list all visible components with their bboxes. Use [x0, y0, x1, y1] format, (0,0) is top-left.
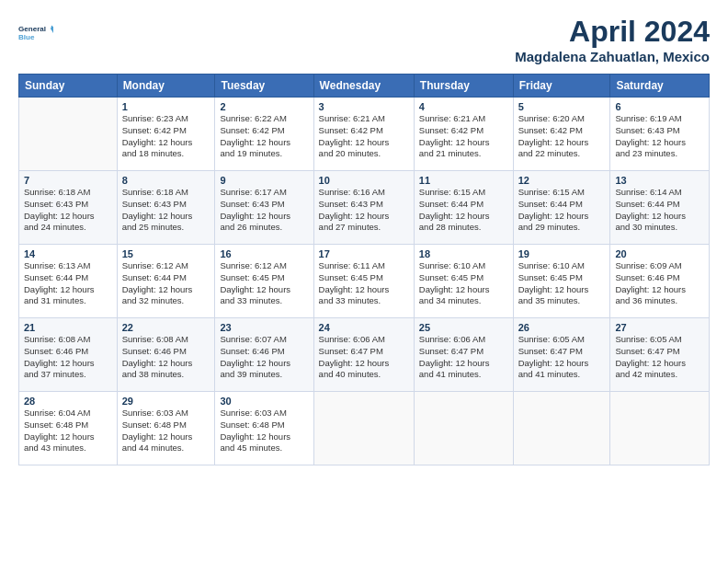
day-info: Sunrise: 6:21 AM Sunset: 6:42 PM Dayligh…	[319, 113, 409, 160]
calendar-cell	[610, 392, 710, 465]
calendar-cell: 26Sunrise: 6:05 AM Sunset: 6:47 PM Dayli…	[513, 318, 610, 392]
calendar-week-row: 14Sunrise: 6:13 AM Sunset: 6:44 PM Dayli…	[19, 245, 710, 318]
calendar-week-row: 1Sunrise: 6:23 AM Sunset: 6:42 PM Daylig…	[19, 98, 710, 171]
weekday-header: Tuesday	[215, 75, 313, 98]
weekday-header: Sunday	[19, 75, 118, 98]
calendar-cell: 23Sunrise: 6:07 AM Sunset: 6:46 PM Dayli…	[215, 318, 313, 392]
day-number: 25	[419, 322, 508, 333]
day-info: Sunrise: 6:18 AM Sunset: 6:43 PM Dayligh…	[24, 187, 112, 234]
calendar-cell: 11Sunrise: 6:15 AM Sunset: 6:44 PM Dayli…	[414, 171, 513, 245]
calendar-cell: 19Sunrise: 6:10 AM Sunset: 6:45 PM Dayli…	[513, 245, 610, 318]
day-info: Sunrise: 6:05 AM Sunset: 6:47 PM Dayligh…	[518, 334, 606, 381]
calendar-cell: 7Sunrise: 6:18 AM Sunset: 6:43 PM Daylig…	[19, 171, 118, 245]
weekday-header: Wednesday	[313, 75, 414, 98]
day-number: 9	[220, 175, 308, 186]
header: General Blue April 2024 Magdalena Zahuat…	[18, 15, 710, 64]
day-number: 4	[419, 101, 508, 112]
day-info: Sunrise: 6:15 AM Sunset: 6:44 PM Dayligh…	[518, 187, 606, 234]
day-info: Sunrise: 6:10 AM Sunset: 6:45 PM Dayligh…	[518, 260, 606, 307]
day-number: 23	[220, 322, 308, 333]
day-info: Sunrise: 6:20 AM Sunset: 6:42 PM Dayligh…	[518, 113, 606, 160]
day-number: 21	[24, 322, 112, 333]
day-number: 30	[220, 396, 308, 407]
calendar-cell: 29Sunrise: 6:03 AM Sunset: 6:48 PM Dayli…	[117, 392, 215, 465]
day-info: Sunrise: 6:04 AM Sunset: 6:48 PM Dayligh…	[24, 408, 112, 454]
calendar-cell: 5Sunrise: 6:20 AM Sunset: 6:42 PM Daylig…	[513, 98, 610, 171]
calendar-cell: 2Sunrise: 6:22 AM Sunset: 6:42 PM Daylig…	[215, 98, 313, 171]
day-number: 12	[518, 175, 606, 186]
day-info: Sunrise: 6:16 AM Sunset: 6:43 PM Dayligh…	[319, 187, 409, 234]
day-number: 17	[319, 248, 409, 259]
calendar-cell: 9Sunrise: 6:17 AM Sunset: 6:43 PM Daylig…	[215, 171, 313, 245]
calendar-table: SundayMondayTuesdayWednesdayThursdayFrid…	[18, 74, 710, 465]
day-number: 5	[518, 101, 606, 112]
day-number: 13	[615, 175, 704, 186]
day-info: Sunrise: 6:08 AM Sunset: 6:46 PM Dayligh…	[24, 334, 112, 381]
day-info: Sunrise: 6:06 AM Sunset: 6:47 PM Dayligh…	[419, 334, 508, 381]
calendar-cell	[19, 98, 118, 171]
day-number: 1	[122, 101, 210, 112]
calendar-cell: 30Sunrise: 6:03 AM Sunset: 6:48 PM Dayli…	[215, 392, 313, 465]
calendar-cell: 10Sunrise: 6:16 AM Sunset: 6:43 PM Dayli…	[313, 171, 414, 245]
calendar-cell: 4Sunrise: 6:21 AM Sunset: 6:42 PM Daylig…	[414, 98, 513, 171]
calendar-cell: 13Sunrise: 6:14 AM Sunset: 6:44 PM Dayli…	[610, 171, 710, 245]
calendar-week-row: 7Sunrise: 6:18 AM Sunset: 6:43 PM Daylig…	[19, 171, 710, 245]
day-number: 11	[419, 175, 508, 186]
day-number: 27	[615, 322, 704, 333]
day-info: Sunrise: 6:17 AM Sunset: 6:43 PM Dayligh…	[220, 187, 308, 234]
calendar-cell: 28Sunrise: 6:04 AM Sunset: 6:48 PM Dayli…	[19, 392, 118, 465]
day-info: Sunrise: 6:03 AM Sunset: 6:48 PM Dayligh…	[122, 408, 210, 454]
day-info: Sunrise: 6:15 AM Sunset: 6:44 PM Dayligh…	[419, 187, 508, 234]
day-number: 16	[220, 248, 308, 259]
calendar-cell: 22Sunrise: 6:08 AM Sunset: 6:46 PM Dayli…	[117, 318, 215, 392]
logo-svg: General Blue	[18, 15, 53, 50]
logo: General Blue	[18, 15, 53, 50]
day-info: Sunrise: 6:19 AM Sunset: 6:43 PM Dayligh…	[615, 113, 704, 160]
calendar-cell: 8Sunrise: 6:18 AM Sunset: 6:43 PM Daylig…	[117, 171, 215, 245]
svg-text:Blue: Blue	[18, 33, 35, 41]
calendar-cell: 18Sunrise: 6:10 AM Sunset: 6:45 PM Dayli…	[414, 245, 513, 318]
day-info: Sunrise: 6:21 AM Sunset: 6:42 PM Dayligh…	[419, 113, 508, 160]
day-info: Sunrise: 6:05 AM Sunset: 6:47 PM Dayligh…	[615, 334, 704, 381]
day-info: Sunrise: 6:07 AM Sunset: 6:46 PM Dayligh…	[220, 334, 308, 381]
day-number: 24	[319, 322, 409, 333]
calendar-body: 1Sunrise: 6:23 AM Sunset: 6:42 PM Daylig…	[19, 98, 710, 465]
calendar-cell: 6Sunrise: 6:19 AM Sunset: 6:43 PM Daylig…	[610, 98, 710, 171]
weekday-header: Thursday	[414, 75, 513, 98]
day-info: Sunrise: 6:18 AM Sunset: 6:43 PM Dayligh…	[122, 187, 210, 234]
calendar-cell: 12Sunrise: 6:15 AM Sunset: 6:44 PM Dayli…	[513, 171, 610, 245]
day-number: 15	[122, 248, 210, 259]
calendar-cell: 1Sunrise: 6:23 AM Sunset: 6:42 PM Daylig…	[117, 98, 215, 171]
day-number: 19	[518, 248, 606, 259]
calendar-cell	[414, 392, 513, 465]
day-number: 14	[24, 248, 112, 259]
day-number: 20	[615, 248, 704, 259]
calendar-cell: 15Sunrise: 6:12 AM Sunset: 6:44 PM Dayli…	[117, 245, 215, 318]
day-info: Sunrise: 6:14 AM Sunset: 6:44 PM Dayligh…	[615, 187, 704, 234]
day-number: 26	[518, 322, 606, 333]
day-info: Sunrise: 6:08 AM Sunset: 6:46 PM Dayligh…	[122, 334, 210, 381]
weekday-header: Saturday	[610, 75, 710, 98]
day-number: 7	[24, 175, 112, 186]
svg-text:General: General	[18, 25, 46, 33]
day-info: Sunrise: 6:22 AM Sunset: 6:42 PM Dayligh…	[220, 113, 308, 160]
day-info: Sunrise: 6:23 AM Sunset: 6:42 PM Dayligh…	[122, 113, 210, 160]
calendar-cell: 20Sunrise: 6:09 AM Sunset: 6:46 PM Dayli…	[610, 245, 710, 318]
calendar-cell	[313, 392, 414, 465]
page: General Blue April 2024 Magdalena Zahuat…	[0, 0, 728, 563]
day-number: 29	[122, 396, 210, 407]
weekday-header: Monday	[117, 75, 215, 98]
day-info: Sunrise: 6:09 AM Sunset: 6:46 PM Dayligh…	[615, 260, 704, 307]
calendar-header: SundayMondayTuesdayWednesdayThursdayFrid…	[19, 75, 710, 98]
calendar-cell: 21Sunrise: 6:08 AM Sunset: 6:46 PM Dayli…	[19, 318, 118, 392]
day-number: 10	[319, 175, 409, 186]
day-info: Sunrise: 6:10 AM Sunset: 6:45 PM Dayligh…	[419, 260, 508, 307]
day-number: 22	[122, 322, 210, 333]
calendar-cell: 3Sunrise: 6:21 AM Sunset: 6:42 PM Daylig…	[313, 98, 414, 171]
day-number: 28	[24, 396, 112, 407]
calendar-cell: 14Sunrise: 6:13 AM Sunset: 6:44 PM Dayli…	[19, 245, 118, 318]
calendar-cell: 24Sunrise: 6:06 AM Sunset: 6:47 PM Dayli…	[313, 318, 414, 392]
day-info: Sunrise: 6:11 AM Sunset: 6:45 PM Dayligh…	[319, 260, 409, 307]
main-title: April 2024	[515, 15, 710, 49]
calendar-cell: 25Sunrise: 6:06 AM Sunset: 6:47 PM Dayli…	[414, 318, 513, 392]
